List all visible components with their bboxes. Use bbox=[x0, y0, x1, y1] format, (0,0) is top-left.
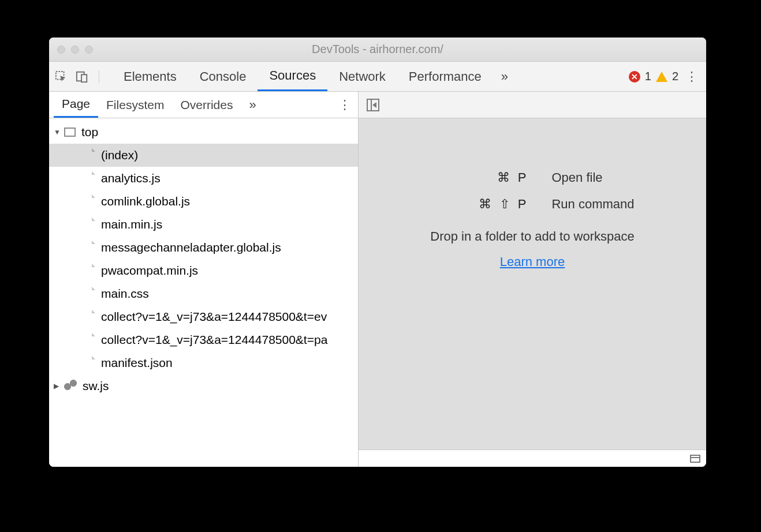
file-icon bbox=[84, 287, 95, 301]
editor-empty-state: ⌘ P Open file ⌘ ⇧ P Run command Drop in … bbox=[359, 118, 706, 449]
main-tabs-overflow-icon[interactable]: » bbox=[493, 69, 516, 84]
shortcut-text: Open file bbox=[551, 170, 634, 185]
tree-file[interactable]: manifest.json bbox=[49, 351, 358, 374]
tab-console[interactable]: Console bbox=[188, 62, 258, 91]
file-label: collect?v=1&_v=j73&a=1244478500&t=ev bbox=[101, 310, 327, 324]
tree-file[interactable]: messagechanneladapter.global.js bbox=[49, 236, 358, 259]
shortcut-hints: ⌘ P Open file ⌘ ⇧ P Run command bbox=[430, 170, 634, 212]
file-icon bbox=[84, 148, 95, 162]
navigator-tabs-overflow-icon[interactable]: » bbox=[241, 98, 264, 113]
tree-service-worker[interactable]: ▶ sw.js bbox=[49, 374, 358, 398]
devtools-window: DevTools - airhorner.com/ Elements Conso… bbox=[49, 38, 706, 467]
window-zoom-button[interactable] bbox=[85, 46, 93, 54]
file-label: main.css bbox=[101, 287, 149, 301]
toggle-device-icon[interactable] bbox=[76, 70, 88, 83]
tree-file[interactable]: collect?v=1&_v=j73&a=1244478500&t=pa bbox=[49, 328, 358, 351]
file-label: main.min.js bbox=[101, 218, 162, 231]
navigator-tab-strip: Page Filesystem Overrides » ⋮ bbox=[49, 92, 358, 118]
service-worker-icon bbox=[64, 380, 77, 392]
subtab-filesystem[interactable]: Filesystem bbox=[98, 92, 172, 118]
svg-rect-2 bbox=[81, 74, 87, 82]
tree-file[interactable]: collect?v=1&_v=j73&a=1244478500&t=ev bbox=[49, 305, 358, 328]
file-label: comlink.global.js bbox=[101, 194, 190, 208]
file-icon bbox=[84, 333, 95, 347]
collapse-navigator-icon[interactable] bbox=[367, 99, 379, 111]
tree-file[interactable]: main.css bbox=[49, 282, 358, 305]
file-icon bbox=[84, 356, 95, 370]
sources-body: Page Filesystem Overrides » ⋮ ▼ top (ind… bbox=[49, 92, 706, 467]
learn-more-link[interactable]: Learn more bbox=[500, 254, 565, 269]
window-titlebar: DevTools - airhorner.com/ bbox=[49, 38, 706, 62]
toolbar-icon-group bbox=[55, 70, 99, 83]
tree-file[interactable]: comlink.global.js bbox=[49, 190, 358, 213]
editor-footer bbox=[359, 449, 706, 467]
tree-root-label: top bbox=[81, 125, 98, 139]
workspace-drop-hint: Drop in a folder to add to workspace bbox=[430, 229, 634, 244]
subtab-overrides[interactable]: Overrides bbox=[172, 92, 241, 118]
file-label: manifest.json bbox=[101, 356, 173, 370]
editor-pane: ⌘ P Open file ⌘ ⇧ P Run command Drop in … bbox=[359, 92, 706, 467]
frame-icon bbox=[64, 128, 76, 137]
shortcut-keys: ⌘ ⇧ P bbox=[430, 197, 528, 212]
show-drawer-icon[interactable] bbox=[690, 455, 700, 463]
tree-file[interactable]: main.min.js bbox=[49, 213, 358, 236]
file-icon bbox=[84, 194, 95, 208]
warning-icon bbox=[656, 72, 667, 82]
file-label: collect?v=1&_v=j73&a=1244478500&t=pa bbox=[101, 333, 327, 347]
tree-sw-label: sw.js bbox=[83, 379, 109, 393]
navigator-kebab-icon[interactable]: ⋮ bbox=[336, 98, 353, 113]
disclosure-triangle-icon: ▶ bbox=[54, 382, 62, 390]
error-icon: ✕ bbox=[629, 71, 640, 83]
file-icon bbox=[84, 171, 95, 185]
issue-counters[interactable]: ✕ 1 2 bbox=[629, 70, 683, 83]
tree-file[interactable]: analytics.js bbox=[49, 167, 358, 190]
file-tree: ▼ top (index) analytics.js comlink.globa… bbox=[49, 118, 358, 467]
subtab-page[interactable]: Page bbox=[54, 92, 98, 118]
tab-network[interactable]: Network bbox=[327, 62, 397, 91]
tree-file[interactable]: pwacompat.min.js bbox=[49, 259, 358, 282]
settings-kebab-icon[interactable]: ⋮ bbox=[683, 69, 700, 84]
window-minimize-button[interactable] bbox=[71, 46, 79, 54]
shortcut-keys: ⌘ P bbox=[430, 170, 528, 185]
warning-count: 2 bbox=[672, 70, 678, 83]
file-label: analytics.js bbox=[101, 171, 161, 185]
file-label: pwacompat.min.js bbox=[101, 264, 198, 278]
window-title: DevTools - airhorner.com/ bbox=[49, 43, 706, 56]
tree-file[interactable]: (index) bbox=[49, 144, 358, 167]
window-traffic-lights bbox=[57, 46, 93, 54]
tab-elements[interactable]: Elements bbox=[112, 62, 188, 91]
editor-tab-strip bbox=[359, 92, 706, 118]
shortcut-text: Run command bbox=[551, 197, 634, 212]
file-icon bbox=[84, 241, 95, 254]
main-tab-strip: Elements Console Sources Network Perform… bbox=[49, 62, 706, 92]
window-close-button[interactable] bbox=[57, 46, 65, 54]
file-icon bbox=[84, 264, 95, 278]
tab-sources[interactable]: Sources bbox=[258, 62, 327, 91]
error-count: 1 bbox=[645, 70, 651, 83]
tree-root-top[interactable]: ▼ top bbox=[49, 121, 358, 144]
file-label: (index) bbox=[101, 148, 138, 162]
file-label: messagechanneladapter.global.js bbox=[101, 241, 281, 254]
file-icon bbox=[84, 218, 95, 231]
file-icon bbox=[84, 310, 95, 324]
navigator-pane: Page Filesystem Overrides » ⋮ ▼ top (ind… bbox=[49, 92, 359, 467]
disclosure-triangle-icon: ▼ bbox=[54, 128, 62, 136]
tab-performance[interactable]: Performance bbox=[397, 62, 493, 91]
inspect-element-icon[interactable] bbox=[55, 70, 68, 83]
